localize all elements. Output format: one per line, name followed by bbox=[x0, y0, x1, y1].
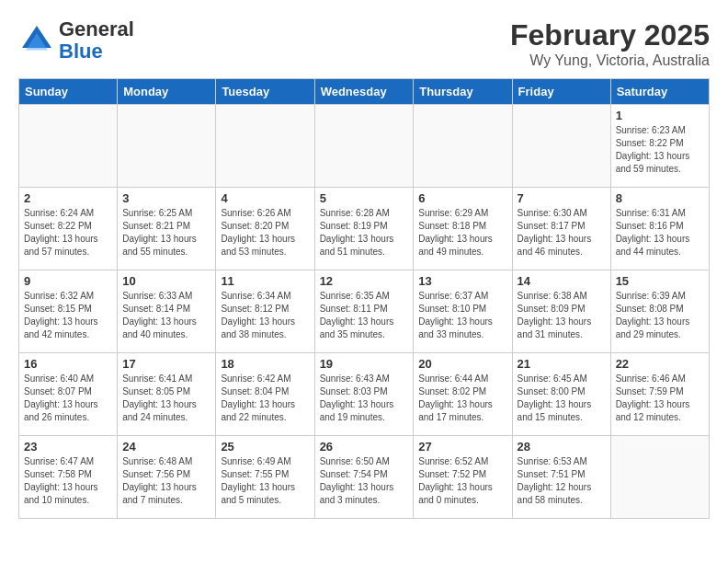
day-info: Sunrise: 6:33 AM Sunset: 8:14 PM Dayligh… bbox=[122, 290, 210, 341]
calendar-table: SundayMondayTuesdayWednesdayThursdayFrid… bbox=[18, 78, 710, 519]
day-info: Sunrise: 6:32 AM Sunset: 8:15 PM Dayligh… bbox=[24, 290, 112, 341]
day-info: Sunrise: 6:25 AM Sunset: 8:21 PM Dayligh… bbox=[122, 207, 210, 259]
calendar-cell: 27Sunrise: 6:52 AM Sunset: 7:52 PM Dayli… bbox=[414, 436, 512, 519]
day-number: 27 bbox=[418, 440, 506, 454]
calendar-cell: 20Sunrise: 6:44 AM Sunset: 8:02 PM Dayli… bbox=[414, 353, 512, 436]
day-info: Sunrise: 6:53 AM Sunset: 7:51 PM Dayligh… bbox=[518, 455, 606, 507]
calendar-cell: 8Sunrise: 6:31 AM Sunset: 8:16 PM Daylig… bbox=[610, 188, 709, 270]
day-number: 24 bbox=[122, 440, 210, 454]
day-info: Sunrise: 6:50 AM Sunset: 7:54 PM Dayligh… bbox=[320, 455, 409, 507]
calendar-body: 1Sunrise: 6:23 AM Sunset: 8:22 PM Daylig… bbox=[19, 105, 710, 519]
calendar-cell: 13Sunrise: 6:37 AM Sunset: 8:10 PM Dayli… bbox=[414, 270, 512, 353]
day-info: Sunrise: 6:39 AM Sunset: 8:08 PM Dayligh… bbox=[616, 290, 704, 341]
calendar-cell: 7Sunrise: 6:30 AM Sunset: 8:17 PM Daylig… bbox=[512, 188, 610, 270]
calendar-header-wednesday: Wednesday bbox=[314, 79, 414, 105]
day-number: 21 bbox=[518, 357, 606, 371]
calendar-cell: 14Sunrise: 6:38 AM Sunset: 8:09 PM Dayli… bbox=[512, 270, 610, 353]
calendar-cell: 4Sunrise: 6:26 AM Sunset: 8:20 PM Daylig… bbox=[216, 188, 314, 270]
day-info: Sunrise: 6:41 AM Sunset: 8:05 PM Dayligh… bbox=[122, 373, 210, 424]
calendar-cell: 21Sunrise: 6:45 AM Sunset: 8:00 PM Dayli… bbox=[512, 353, 610, 436]
calendar-header-friday: Friday bbox=[512, 79, 610, 105]
day-info: Sunrise: 6:44 AM Sunset: 8:02 PM Dayligh… bbox=[418, 373, 506, 424]
calendar-cell: 22Sunrise: 6:46 AM Sunset: 7:59 PM Dayli… bbox=[610, 353, 709, 436]
calendar-cell: 17Sunrise: 6:41 AM Sunset: 8:05 PM Dayli… bbox=[118, 353, 216, 436]
calendar-header-saturday: Saturday bbox=[610, 79, 709, 105]
calendar-week-4: 16Sunrise: 6:40 AM Sunset: 8:07 PM Dayli… bbox=[19, 353, 710, 436]
day-number: 1 bbox=[616, 109, 704, 122]
day-number: 6 bbox=[418, 191, 506, 205]
calendar-cell: 16Sunrise: 6:40 AM Sunset: 8:07 PM Dayli… bbox=[19, 353, 118, 436]
main-title: February 2025 bbox=[510, 18, 710, 52]
day-number: 14 bbox=[518, 274, 606, 288]
day-info: Sunrise: 6:47 AM Sunset: 7:58 PM Dayligh… bbox=[24, 455, 112, 507]
calendar-cell: 26Sunrise: 6:50 AM Sunset: 7:54 PM Dayli… bbox=[314, 436, 414, 519]
calendar-cell: 11Sunrise: 6:34 AM Sunset: 8:12 PM Dayli… bbox=[216, 270, 314, 353]
calendar-cell: 24Sunrise: 6:48 AM Sunset: 7:56 PM Dayli… bbox=[118, 436, 216, 519]
day-number: 13 bbox=[418, 274, 506, 288]
day-number: 9 bbox=[24, 274, 112, 288]
calendar-week-3: 9Sunrise: 6:32 AM Sunset: 8:15 PM Daylig… bbox=[19, 270, 710, 353]
calendar-cell bbox=[414, 105, 512, 188]
day-number: 7 bbox=[518, 191, 606, 205]
calendar-header-monday: Monday bbox=[118, 79, 216, 105]
calendar-cell: 3Sunrise: 6:25 AM Sunset: 8:21 PM Daylig… bbox=[118, 188, 216, 270]
day-info: Sunrise: 6:35 AM Sunset: 8:11 PM Dayligh… bbox=[320, 290, 409, 341]
logo: General Blue bbox=[18, 18, 134, 63]
day-info: Sunrise: 6:29 AM Sunset: 8:18 PM Dayligh… bbox=[418, 207, 506, 259]
calendar-cell: 6Sunrise: 6:29 AM Sunset: 8:18 PM Daylig… bbox=[414, 188, 512, 270]
logo-text: General Blue bbox=[59, 18, 134, 63]
day-number: 25 bbox=[221, 440, 309, 454]
calendar-week-1: 1Sunrise: 6:23 AM Sunset: 8:22 PM Daylig… bbox=[19, 105, 710, 188]
day-info: Sunrise: 6:34 AM Sunset: 8:12 PM Dayligh… bbox=[221, 290, 309, 341]
calendar-header-row: SundayMondayTuesdayWednesdayThursdayFrid… bbox=[19, 79, 710, 105]
calendar-cell: 12Sunrise: 6:35 AM Sunset: 8:11 PM Dayli… bbox=[314, 270, 414, 353]
day-info: Sunrise: 6:49 AM Sunset: 7:55 PM Dayligh… bbox=[221, 455, 309, 507]
day-number: 3 bbox=[122, 191, 210, 205]
calendar-header-sunday: Sunday bbox=[19, 79, 118, 105]
title-section: February 2025 Wy Yung, Victoria, Austral… bbox=[510, 18, 710, 69]
calendar-cell: 19Sunrise: 6:43 AM Sunset: 8:03 PM Dayli… bbox=[314, 353, 414, 436]
day-number: 10 bbox=[122, 274, 210, 288]
day-info: Sunrise: 6:48 AM Sunset: 7:56 PM Dayligh… bbox=[122, 455, 210, 507]
day-number: 20 bbox=[418, 357, 506, 371]
day-number: 18 bbox=[221, 357, 309, 371]
calendar-cell: 25Sunrise: 6:49 AM Sunset: 7:55 PM Dayli… bbox=[216, 436, 314, 519]
day-info: Sunrise: 6:30 AM Sunset: 8:17 PM Dayligh… bbox=[518, 207, 606, 259]
day-number: 28 bbox=[518, 440, 606, 454]
day-number: 2 bbox=[24, 191, 112, 205]
day-number: 23 bbox=[24, 440, 112, 454]
day-number: 26 bbox=[320, 440, 409, 454]
day-number: 8 bbox=[616, 191, 704, 205]
day-number: 12 bbox=[320, 274, 409, 288]
calendar-cell: 28Sunrise: 6:53 AM Sunset: 7:51 PM Dayli… bbox=[512, 436, 610, 519]
calendar-cell bbox=[314, 105, 414, 188]
day-number: 17 bbox=[122, 357, 210, 371]
day-info: Sunrise: 6:28 AM Sunset: 8:19 PM Dayligh… bbox=[320, 207, 409, 259]
day-number: 5 bbox=[320, 191, 409, 205]
calendar-cell bbox=[19, 105, 118, 188]
day-number: 22 bbox=[616, 357, 704, 371]
day-info: Sunrise: 6:38 AM Sunset: 8:09 PM Dayligh… bbox=[518, 290, 606, 341]
calendar-cell: 18Sunrise: 6:42 AM Sunset: 8:04 PM Dayli… bbox=[216, 353, 314, 436]
day-info: Sunrise: 6:26 AM Sunset: 8:20 PM Dayligh… bbox=[221, 207, 309, 259]
day-number: 4 bbox=[221, 191, 309, 205]
day-info: Sunrise: 6:43 AM Sunset: 8:03 PM Dayligh… bbox=[320, 373, 409, 424]
calendar-cell: 5Sunrise: 6:28 AM Sunset: 8:19 PM Daylig… bbox=[314, 188, 414, 270]
header: General Blue February 2025 Wy Yung, Vict… bbox=[18, 18, 710, 69]
day-info: Sunrise: 6:31 AM Sunset: 8:16 PM Dayligh… bbox=[616, 207, 704, 259]
calendar-cell: 1Sunrise: 6:23 AM Sunset: 8:22 PM Daylig… bbox=[610, 105, 709, 188]
day-number: 16 bbox=[24, 357, 112, 371]
day-info: Sunrise: 6:40 AM Sunset: 8:07 PM Dayligh… bbox=[24, 373, 112, 424]
calendar-week-2: 2Sunrise: 6:24 AM Sunset: 8:22 PM Daylig… bbox=[19, 188, 710, 270]
day-info: Sunrise: 6:23 AM Sunset: 8:22 PM Dayligh… bbox=[616, 124, 704, 176]
calendar-week-5: 23Sunrise: 6:47 AM Sunset: 7:58 PM Dayli… bbox=[19, 436, 710, 519]
calendar-cell bbox=[610, 436, 709, 519]
day-info: Sunrise: 6:52 AM Sunset: 7:52 PM Dayligh… bbox=[418, 455, 506, 507]
calendar-cell: 10Sunrise: 6:33 AM Sunset: 8:14 PM Dayli… bbox=[118, 270, 216, 353]
calendar-cell bbox=[216, 105, 314, 188]
calendar-header-tuesday: Tuesday bbox=[216, 79, 314, 105]
subtitle: Wy Yung, Victoria, Australia bbox=[510, 52, 710, 69]
day-info: Sunrise: 6:42 AM Sunset: 8:04 PM Dayligh… bbox=[221, 373, 309, 424]
day-info: Sunrise: 6:45 AM Sunset: 8:00 PM Dayligh… bbox=[518, 373, 606, 424]
day-info: Sunrise: 6:24 AM Sunset: 8:22 PM Dayligh… bbox=[24, 207, 112, 259]
